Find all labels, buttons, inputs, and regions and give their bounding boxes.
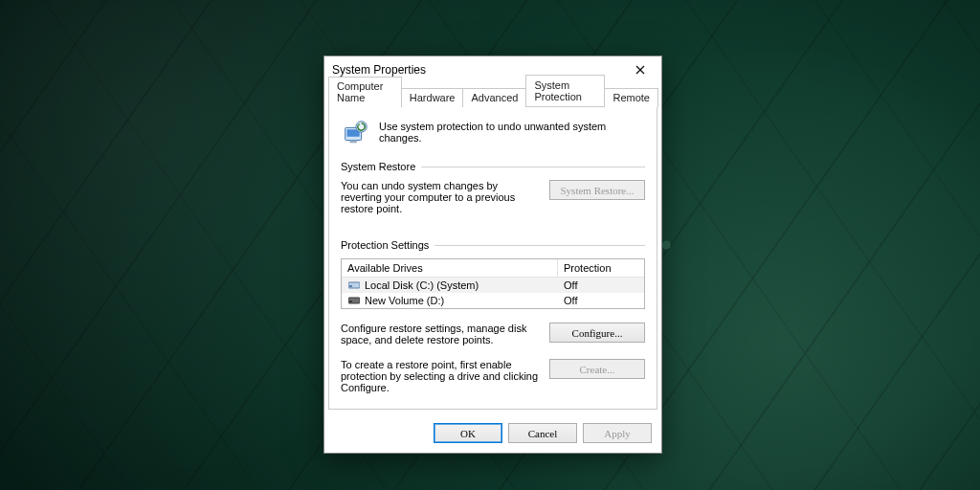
close-button[interactable] — [621, 56, 659, 83]
system-properties-dialog: System Properties Computer Name Hardware… — [323, 56, 662, 454]
svg-rect-7 — [349, 285, 352, 287]
tab-computer-name[interactable]: Computer Name — [328, 77, 402, 107]
tab-system-protection[interactable]: System Protection — [525, 75, 605, 106]
group-label-protection-settings: Protection Settings — [341, 239, 429, 251]
dialog-buttons: OK Cancel Apply — [324, 415, 661, 453]
intro-row: Use system protection to undo unwanted s… — [341, 119, 645, 147]
divider — [421, 167, 645, 167]
drive-row[interactable]: New Volume (D:) Off — [342, 293, 644, 308]
tab-panel-system-protection: Use system protection to undo unwanted s… — [328, 106, 657, 410]
apply-button[interactable]: Apply — [583, 423, 652, 443]
group-protection-settings: Protection Settings Available Drives Pro… — [341, 239, 645, 393]
svg-rect-9 — [349, 301, 352, 302]
intro-text: Use system protection to undo unwanted s… — [379, 119, 645, 144]
tab-remote[interactable]: Remote — [604, 88, 658, 107]
system-protection-icon — [341, 119, 369, 147]
system-restore-description: You can undo system changes by reverting… — [341, 180, 540, 214]
create-button[interactable]: Create... — [549, 359, 645, 379]
svg-rect-4 — [349, 141, 357, 144]
tab-hardware[interactable]: Hardware — [401, 88, 464, 107]
drives-header: Available Drives Protection — [342, 259, 644, 278]
drive-name: New Volume (D:) — [361, 295, 564, 306]
drive-name: Local Disk (C:) (System) — [361, 279, 564, 291]
configure-description: Configure restore settings, manage disk … — [341, 323, 540, 345]
drives-list[interactable]: Available Drives Protection Local Disk (… — [341, 258, 645, 309]
disk-icon — [347, 296, 361, 305]
cancel-button[interactable]: Cancel — [508, 423, 577, 443]
column-protection[interactable]: Protection — [558, 259, 644, 277]
group-system-restore: System Restore You can undo system chang… — [341, 161, 645, 214]
close-icon — [635, 65, 645, 75]
group-label-system-restore: System Restore — [341, 161, 415, 172]
divider — [434, 245, 645, 246]
disk-icon — [347, 280, 361, 290]
configure-button[interactable]: Configure... — [549, 323, 645, 343]
drive-row[interactable]: Local Disk (C:) (System) Off — [342, 278, 644, 293]
drive-protection: Off — [564, 295, 638, 306]
ok-button[interactable]: OK — [434, 423, 502, 443]
drive-protection: Off — [564, 279, 638, 291]
system-restore-button[interactable]: System Restore... — [549, 180, 645, 200]
tab-strip: Computer Name Hardware Advanced System P… — [324, 85, 661, 106]
column-available-drives[interactable]: Available Drives — [342, 259, 558, 277]
create-description: To create a restore point, first enable … — [341, 359, 540, 393]
tab-advanced[interactable]: Advanced — [462, 88, 526, 107]
